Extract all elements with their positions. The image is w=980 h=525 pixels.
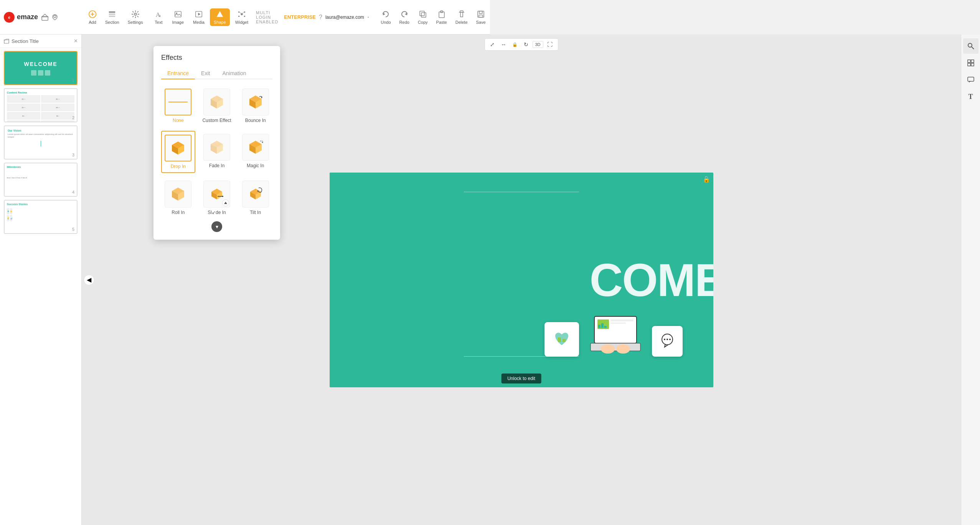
add-button[interactable]: Add [84, 8, 101, 26]
slide3-number: 3 [72, 153, 74, 157]
slide-thumb-3[interactable]: Our Vision Lorem ipsum dolor sit amet co… [4, 125, 78, 160]
effect-magic-label: Magic In [247, 163, 264, 168]
shape-tool-button[interactable]: Shape [210, 8, 230, 26]
svg-point-20 [238, 11, 240, 13]
effects-panel: Effects Entrance Exit Animation None [153, 46, 280, 240]
emaze-logo: e emaze [4, 12, 38, 23]
slide-thumb-2[interactable]: Content Review 01 ▪ ▪ 02 ▪ ▪ 03 ▪ ▪ 04 ▪… [4, 88, 78, 122]
toolbar-left: Add Section Settings [81, 8, 150, 26]
svg-marker-17 [198, 13, 200, 15]
svg-rect-29 [421, 13, 426, 17]
user-email: laura@emaze.com [325, 15, 364, 20]
svg-marker-99 [224, 202, 227, 204]
redo-button[interactable]: Redo [396, 8, 413, 26]
effects-tabs: Entrance Exit Animation [161, 68, 272, 79]
slide2-number: 2 [72, 115, 74, 120]
undo-button[interactable]: Undo [377, 8, 394, 26]
sidebar-header: Section Title × [0, 35, 81, 48]
user-dropdown-icon[interactable] [367, 15, 369, 20]
svg-rect-33 [460, 11, 463, 12]
svg-rect-8 [109, 11, 115, 13]
canvas-expand-button[interactable]: ⤢ [488, 40, 490, 49]
location-icon[interactable] [52, 14, 58, 20]
sidebar: Section Title × WELCOME 1 Content Review… [0, 35, 82, 262]
svg-rect-14 [175, 11, 181, 17]
sidebar-title-area: Section Title [4, 38, 39, 44]
delete-button[interactable]: Delete [452, 8, 472, 26]
home-icon[interactable] [41, 13, 49, 21]
svg-marker-88 [262, 142, 263, 143]
enterprise-label: ENTERPRISE [284, 14, 316, 20]
slide3-line [41, 141, 41, 146]
animation-tab[interactable]: Animation [216, 68, 252, 79]
slide2-grid: 01 ▪ ▪ 02 ▪ ▪ 03 ▪ ▪ 04 ▪ ▪ 05 ▪ 06 ▪ 07… [7, 95, 74, 122]
paste-button[interactable]: Paste [432, 8, 451, 26]
entrance-tab[interactable]: Entrance [161, 68, 195, 79]
topbar: e emaze Add Section Settings Aa Text Ima… [0, 0, 490, 35]
settings-button[interactable]: Settings [124, 8, 147, 26]
effect-tilt[interactable]: Tilt In [238, 178, 272, 218]
scroll-indicator: ▾ [161, 221, 272, 232]
slide-thumb-4[interactable]: Milestones Item 1 Item 2 Item 3 Item 4 4 [4, 163, 78, 197]
effects-grid: None Custom Effect [161, 86, 272, 218]
slide4-title: Milestones [7, 166, 21, 168]
effect-magic[interactable]: Magic In [238, 131, 272, 173]
effect-roll[interactable]: Roll In [161, 178, 195, 218]
svg-marker-98 [222, 196, 224, 197]
svg-rect-43 [4, 40, 9, 43]
multi-login-label: MULTI LOGIN ENABLED [256, 10, 281, 24]
svg-point-11 [134, 13, 137, 15]
svg-marker-26 [368, 17, 369, 18]
effects-title: Effects [161, 54, 272, 62]
toolbar-right: Undo Redo Copy Paste Delete Save Downloa… [377, 8, 490, 26]
effect-slide[interactable]: Sl↙de In [200, 178, 234, 218]
svg-point-23 [244, 15, 245, 17]
svg-line-24 [239, 12, 241, 13]
svg-rect-36 [479, 15, 483, 17]
copy-button[interactable]: Copy [414, 8, 432, 26]
svg-line-25 [243, 12, 244, 13]
slide3-title: Our Vision [8, 129, 21, 132]
canvas-area: ⤢ ↔ 🔒 ↻ 3D ⛶ COME [82, 35, 490, 262]
effect-fade[interactable]: Fade In [200, 131, 234, 173]
exit-tab[interactable]: Exit [195, 68, 216, 79]
svg-rect-9 [109, 13, 115, 15]
text-tool-button[interactable]: Aa Text [150, 8, 167, 26]
effect-fade-label: Fade In [209, 163, 225, 168]
slide-thumb-1[interactable]: WELCOME 1 [4, 51, 78, 85]
effect-drop[interactable]: Drop In [161, 131, 195, 173]
svg-point-21 [244, 11, 245, 13]
slide1-welcome-text: WELCOME [24, 61, 57, 67]
widget-tool-button[interactable]: Widget [231, 8, 252, 26]
svg-rect-30 [420, 11, 424, 16]
svg-rect-35 [479, 11, 482, 13]
logo-area: e emaze [4, 12, 81, 23]
user-area: MULTI LOGIN ENABLED ENTERPRISE ? laura@e… [252, 10, 373, 24]
media-tool-button[interactable]: Media [189, 8, 208, 26]
slide5-title: Success Stories [7, 203, 28, 206]
logo-text: emaze [17, 13, 38, 21]
scroll-down-button[interactable]: ▾ [211, 221, 222, 232]
slide3-content: Lorem ipsum dolor sit amet consectetur a… [8, 133, 74, 138]
svg-marker-28 [405, 13, 407, 15]
canvas-toolbar: ⤢ ↔ 🔒 ↻ 3D ⛶ [484, 38, 490, 51]
slide1-icons [31, 70, 50, 76]
image-tool-button[interactable]: Image [168, 8, 188, 26]
effect-none[interactable]: None [161, 86, 195, 126]
canvas-top-line [464, 192, 490, 192]
slide4-number: 4 [72, 190, 74, 194]
effect-custom-label: Custom Effect [202, 118, 231, 123]
slide-thumb-5[interactable]: Success Stories ⚙ ⭐ 💡 📊 5 [4, 200, 78, 234]
slide5-grid: ⚙ ⭐ 💡 📊 [7, 208, 12, 221]
effect-roll-label: Roll In [172, 210, 185, 215]
slide1-number: 1 [72, 78, 74, 83]
effect-none-label: None [173, 118, 184, 123]
save-button[interactable]: Save [472, 8, 490, 26]
sidebar-close-button[interactable]: × [74, 38, 78, 44]
effect-custom[interactable]: Custom Effect [200, 86, 234, 126]
help-button[interactable]: ? [319, 14, 322, 21]
svg-rect-10 [109, 15, 115, 17]
effect-slide-label: Sl↙de In [208, 210, 226, 215]
effect-bounce[interactable]: Bounce In [238, 86, 272, 126]
section-button[interactable]: Section [101, 8, 123, 26]
